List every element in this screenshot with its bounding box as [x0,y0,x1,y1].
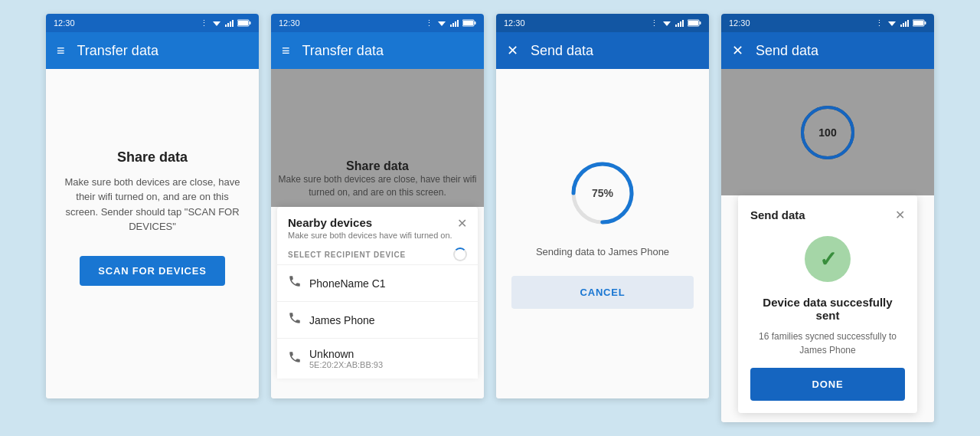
screen1-time: 12:30 [54,18,75,28]
screen1-share-section: Share data Make sure both devices are cl… [61,149,243,286]
svg-rect-19 [678,23,679,27]
send-data-modal-header: Send data ✕ [750,208,905,222]
nearby-modal-title: Nearby devices [288,216,452,229]
svg-rect-11 [452,23,454,27]
dots-icon: ⋮ [200,18,208,28]
screen1-status-bar: 12:30 ⋮ [46,14,259,32]
svg-rect-2 [225,25,227,27]
svg-rect-15 [475,21,476,25]
screen4-progress-circle: 100 [797,102,858,163]
select-label-text: SELECT RECIPIENT DEVICE [288,251,406,259]
screen2-dots-icon: ⋮ [425,18,433,28]
screen3-signal-icon [675,19,684,27]
svg-marker-17 [663,21,671,26]
screen4-top-area: 100 [721,69,934,195]
svg-rect-21 [682,20,684,27]
device-sub-3: 5E:20:2X:AB:BB:93 [309,360,383,369]
svg-rect-18 [675,25,677,27]
screen1-menu-icon[interactable]: ≡ [57,43,65,59]
screen2-share-title: Share data [271,159,484,173]
screen2: 12:30 ⋮ ≡ Transfer data [271,14,484,398]
screen2-top-bar: ≡ Transfer data [271,32,484,69]
scan-for-devices-button[interactable]: SCAN FOR DEVICES [80,256,224,286]
screen4-close-icon[interactable]: ✕ [732,42,743,59]
svg-rect-33 [925,21,926,25]
nearby-modal-text: Nearby devices Make sure both devices ha… [288,216,452,240]
screen4-battery-icon [913,19,926,27]
select-recipient-label: SELECT RECIPIENT DEVICE [277,243,478,264]
svg-rect-29 [903,23,904,27]
screen2-menu-icon[interactable]: ≡ [282,43,290,59]
done-button[interactable]: DONE [750,368,905,401]
device-item-3-info: Unknown 5E:20:2X:AB:BB:93 [309,348,383,369]
device-name-1: PhoneName C1 [309,277,386,290]
screen3-close-icon[interactable]: ✕ [507,42,518,59]
svg-rect-23 [700,21,701,25]
svg-rect-4 [230,21,231,27]
send-data-modal-close-icon[interactable]: ✕ [895,208,905,222]
device-name-3: Unknown [309,348,383,360]
screen4-top-bar: ✕ Send data [721,32,934,69]
screen3-title: Send data [531,43,593,59]
send-data-modal-title: Send data [750,208,805,221]
nearby-modal-close-icon[interactable]: ✕ [457,216,467,231]
screen2-body: Share data Make sure both devices are cl… [271,69,484,398]
device-item-3[interactable]: Unknown 5E:20:2X:AB:BB:93 [277,338,478,379]
phone-icon-1 [288,274,302,292]
screen1-top-bar: ≡ Transfer data [46,32,259,69]
screen1-share-title: Share data [61,149,243,166]
screen3-top-bar: ✕ Send data [496,32,709,69]
svg-rect-24 [688,21,698,25]
svg-rect-16 [463,21,473,25]
screen4-status-bar: 12:30 ⋮ [721,14,934,32]
svg-rect-12 [455,21,456,27]
screen4-progress-label: 100 [818,126,836,139]
sending-text: Sending data to James Phone [536,246,669,257]
signal-icon [225,19,234,27]
screen2-status-icons: ⋮ [425,18,476,28]
phone-icon-2 [288,311,302,329]
screen1-share-desc: Make sure both devices are close, have t… [61,175,243,234]
progress-circle: 75% [568,159,637,228]
screen3-time: 12:30 [504,18,525,28]
screen4-body: 100 Send data ✕ ✓ Device data succesfull… [721,69,934,422]
device-item-2[interactable]: James Phone [277,301,478,338]
screen2-signal-icon [450,19,459,27]
svg-marker-9 [438,21,446,26]
screen4-wifi-icon [887,19,897,27]
nearby-devices-modal: Nearby devices Make sure both devices ha… [277,207,478,379]
screen4: 12:30 ⋮ ✕ Send data [721,14,934,422]
screen2-share-desc: Make sure both devices are close, have t… [271,173,484,199]
nearby-modal-subtitle: Make sure both devices have wifi turned … [288,231,452,240]
cancel-button[interactable]: CANCEL [511,276,694,309]
screen2-wifi-icon [436,19,447,27]
screen4-signal-icon [900,19,910,27]
send-data-modal: Send data ✕ ✓ Device data succesfully se… [738,195,917,413]
svg-rect-34 [913,21,923,25]
screen3: 12:30 ⋮ ✕ Send data [496,14,709,398]
screen2-title: Transfer data [302,43,384,59]
svg-rect-3 [227,23,229,27]
device-item-1[interactable]: PhoneName C1 [277,264,478,301]
success-desc: 16 families sycned successfully to James… [750,329,905,357]
svg-rect-5 [232,20,234,27]
battery-icon [237,19,251,27]
screen4-title: Send data [756,43,818,59]
progress-percentage-label: 75% [592,187,613,199]
svg-rect-13 [457,20,459,27]
screen3-status-bar: 12:30 ⋮ [496,14,709,32]
screen2-time: 12:30 [279,18,300,28]
svg-rect-31 [907,20,909,27]
screen2-status-bar: 12:30 ⋮ [271,14,484,32]
svg-rect-7 [250,21,251,25]
screen3-body: 75% Sending data to James Phone CANCEL [496,69,709,398]
svg-rect-28 [900,25,902,27]
screen3-wifi-icon [662,19,672,27]
nearby-modal-header: Nearby devices Make sure both devices ha… [277,207,478,243]
svg-rect-8 [238,21,248,25]
loading-spinner [453,248,467,261]
screen1-title: Transfer data [77,43,158,59]
svg-rect-20 [680,21,681,27]
screen3-dots-icon: ⋮ [650,18,658,28]
screen4-modal-wrapper: Send data ✕ ✓ Device data succesfully se… [721,195,934,422]
